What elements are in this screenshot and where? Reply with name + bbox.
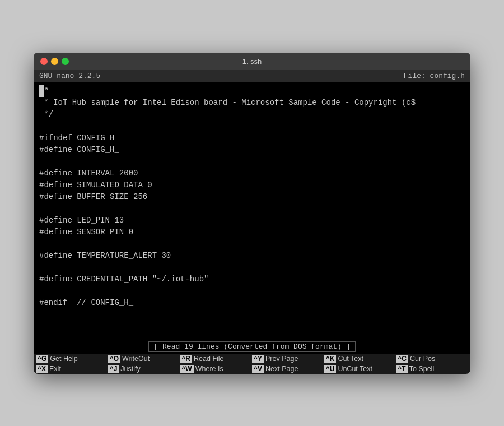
nano-header: GNU nano 2.2.5 File: config.h bbox=[34, 70, 470, 82]
status-message: [ Read 19 lines (Converted from DOS form… bbox=[148, 341, 355, 352]
shortcut-cur-pos[interactable]: ^C Cur Pos bbox=[396, 355, 468, 363]
shortcut-writeout[interactable]: ^O WriteOut bbox=[108, 355, 180, 363]
shortcut-key-k: ^K bbox=[324, 355, 337, 363]
shortcut-row-1: ^G Get Help ^O WriteOut ^R Read File ^Y … bbox=[34, 354, 470, 364]
nano-filename: File: config.h bbox=[404, 72, 465, 80]
status-bar: [ Read 19 lines (Converted from DOS form… bbox=[34, 340, 470, 354]
shortcut-key-o: ^O bbox=[108, 355, 120, 363]
shortcut-label-writeout: WriteOut bbox=[122, 355, 150, 363]
shortcut-label-prev-page: Prev Page bbox=[265, 355, 298, 363]
editor-area[interactable]: * * IoT Hub sample for Intel Edison boar… bbox=[34, 82, 470, 340]
shortcut-label-to-spell: To Spell bbox=[409, 365, 434, 373]
shortcut-where-is[interactable]: ^W Where Is bbox=[180, 365, 252, 373]
shortcut-row-2: ^X Exit ^J Justify ^W Where Is ^V Next P… bbox=[34, 364, 470, 374]
shortcut-label-get-help: Get Help bbox=[50, 355, 77, 363]
nano-version: GNU nano 2.2.5 bbox=[39, 72, 100, 80]
maximize-button[interactable] bbox=[62, 58, 69, 65]
shortcut-exit[interactable]: ^X Exit bbox=[36, 365, 108, 373]
minimize-button[interactable] bbox=[51, 58, 58, 65]
shortcut-label-uncut-text: UnCut Text bbox=[338, 365, 372, 373]
shortcut-key-g: ^G bbox=[36, 355, 48, 363]
shortcut-label-justify: Justify bbox=[120, 365, 140, 373]
shortcut-key-u: ^U bbox=[324, 365, 337, 373]
shortcut-label-exit: Exit bbox=[49, 365, 61, 373]
shortcut-key-j: ^J bbox=[108, 365, 119, 373]
shortcut-cut-text[interactable]: ^K Cut Text bbox=[324, 355, 396, 363]
shortcut-read-file[interactable]: ^R Read File bbox=[180, 355, 252, 363]
shortcut-key-t: ^T bbox=[396, 365, 407, 373]
shortcut-key-w: ^W bbox=[180, 365, 193, 373]
title-bar: 1. ssh bbox=[34, 53, 470, 70]
shortcut-label-cur-pos: Cur Pos bbox=[410, 355, 435, 363]
shortcut-key-y: ^Y bbox=[252, 355, 264, 363]
shortcut-justify[interactable]: ^J Justify bbox=[108, 365, 180, 373]
shortcut-key-c: ^C bbox=[396, 355, 408, 363]
shortcut-key-x: ^X bbox=[36, 365, 48, 373]
shortcut-get-help[interactable]: ^G Get Help bbox=[36, 355, 108, 363]
shortcut-label-read-file: Read File bbox=[194, 355, 224, 363]
shortcut-key-r: ^R bbox=[180, 355, 192, 363]
window-title: 1. ssh bbox=[242, 57, 262, 66]
shortcut-label-where-is: Where Is bbox=[195, 365, 223, 373]
shortcut-label-next-page: Next Page bbox=[265, 365, 298, 373]
shortcut-uncut-text[interactable]: ^U UnCut Text bbox=[324, 365, 396, 373]
shortcut-next-page[interactable]: ^V Next Page bbox=[252, 365, 324, 373]
terminal-window: 1. ssh GNU nano 2.2.5 File: config.h * *… bbox=[34, 53, 470, 374]
shortcut-prev-page[interactable]: ^Y Prev Page bbox=[252, 355, 324, 363]
shortcut-label-cut-text: Cut Text bbox=[338, 355, 363, 363]
close-button[interactable] bbox=[40, 58, 48, 65]
shortcut-key-v: ^V bbox=[252, 365, 264, 373]
window-controls bbox=[40, 58, 69, 65]
shortcut-to-spell[interactable]: ^T To Spell bbox=[396, 365, 468, 373]
cursor bbox=[39, 85, 44, 97]
